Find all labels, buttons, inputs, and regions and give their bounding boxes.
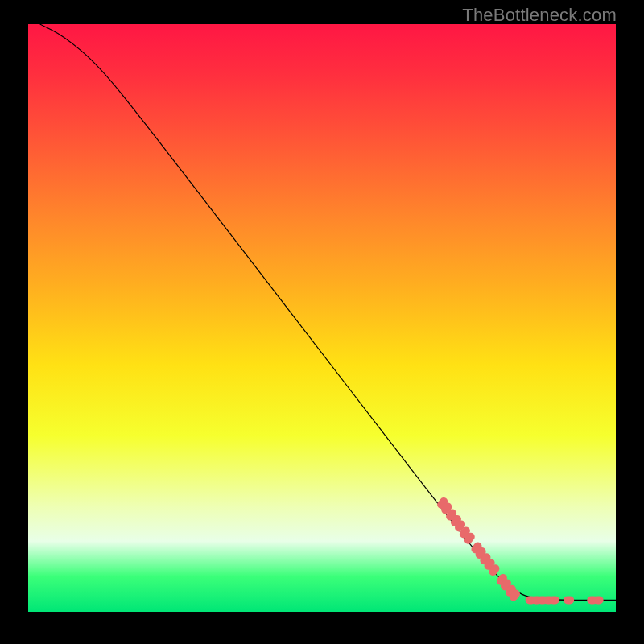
bottleneck-curve — [40, 24, 616, 600]
data-marker — [564, 596, 574, 604]
chart-overlay — [28, 24, 616, 612]
data-marker — [593, 596, 604, 604]
chart-frame: TheBottleneck.com — [0, 0, 644, 644]
marker-group-bottom — [526, 596, 604, 604]
data-marker — [549, 596, 559, 604]
marker-group-diagonal — [436, 496, 522, 603]
watermark-text: TheBottleneck.com — [462, 5, 617, 26]
